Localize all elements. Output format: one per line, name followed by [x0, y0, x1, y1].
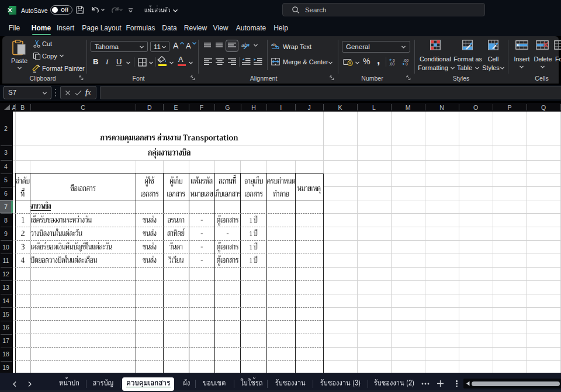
svg-text:.00: .00 — [389, 62, 394, 66]
svg-text:0: 0 — [406, 62, 408, 66]
svg-text:ab: ab — [271, 43, 276, 47]
